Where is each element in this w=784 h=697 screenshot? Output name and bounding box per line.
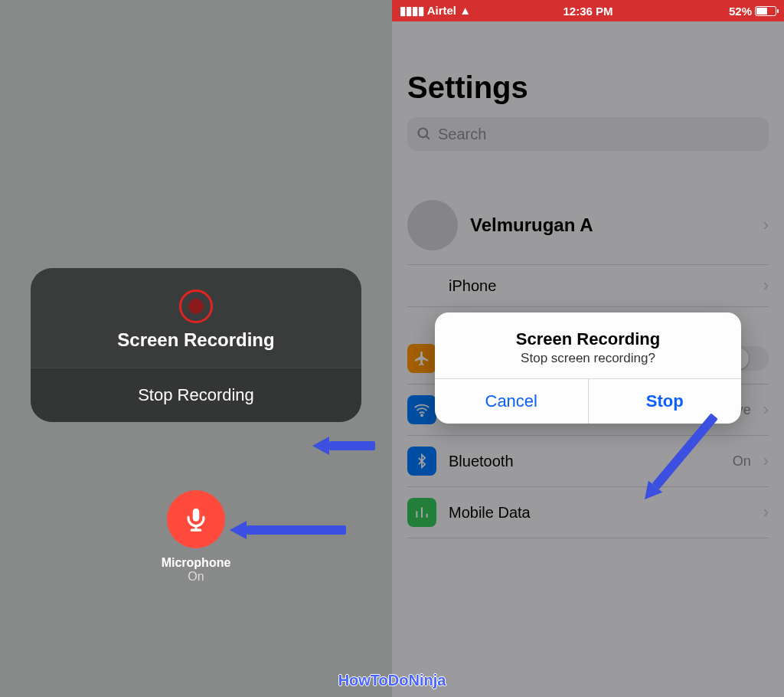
settings-panel: ▮▮▮▮ Airtel ▲ 12:36 PM 52% Settings Sear… bbox=[392, 0, 784, 697]
microphone-label: Microphone bbox=[0, 556, 392, 570]
record-icon-dot bbox=[188, 299, 204, 314]
signal-icon: ▮▮▮▮ bbox=[400, 4, 424, 17]
stop-button[interactable]: Stop bbox=[588, 379, 742, 424]
status-carrier: ▮▮▮▮ Airtel ▲ bbox=[400, 4, 471, 18]
svg-rect-0 bbox=[193, 509, 200, 522]
microphone-icon bbox=[167, 490, 225, 548]
control-center-panel: Screen Recording Stop Recording Micropho… bbox=[0, 0, 392, 697]
status-bar[interactable]: ▮▮▮▮ Airtel ▲ 12:36 PM 52% bbox=[392, 0, 784, 21]
screen-recording-title: Screen Recording bbox=[46, 329, 346, 351]
battery-pct: 52% bbox=[729, 5, 752, 18]
wifi-icon: ▲ bbox=[459, 4, 471, 17]
status-time: 12:36 PM bbox=[563, 5, 612, 18]
screen-recording-card: Screen Recording Stop Recording bbox=[31, 268, 361, 422]
alert-message: Stop screen recording? bbox=[450, 351, 726, 366]
stop-recording-button[interactable]: Stop Recording bbox=[31, 368, 361, 422]
carrier-name: Airtel bbox=[427, 4, 456, 17]
battery-icon bbox=[755, 6, 776, 16]
screen-recording-header: Screen Recording bbox=[31, 268, 361, 368]
annotation-arrow bbox=[230, 521, 346, 539]
annotation-arrow bbox=[312, 437, 375, 455]
alert-title: Screen Recording bbox=[450, 329, 726, 349]
microphone-state: On bbox=[0, 570, 392, 584]
record-icon bbox=[179, 290, 213, 323]
status-right: 52% bbox=[729, 5, 776, 18]
stop-recording-alert: Screen Recording Stop screen recording? … bbox=[435, 313, 741, 424]
cancel-button[interactable]: Cancel bbox=[435, 379, 588, 424]
watermark-text: HowToDoNinja bbox=[338, 672, 446, 689]
